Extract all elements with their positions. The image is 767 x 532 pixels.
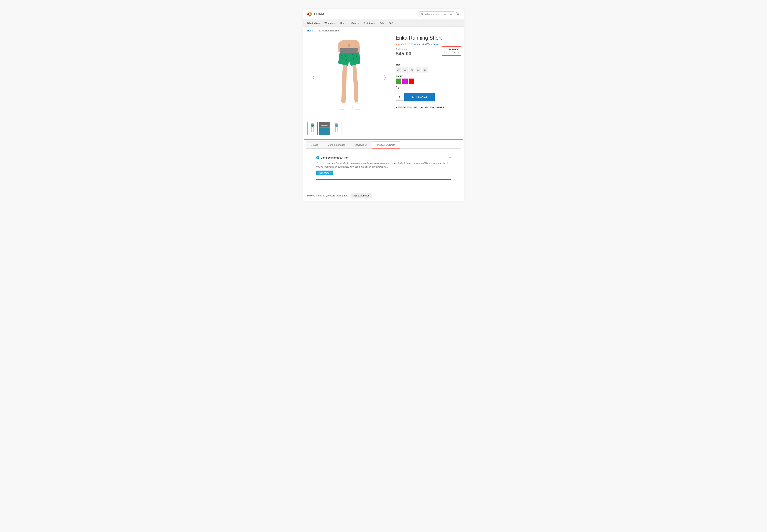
thumbnail-1[interactable] [307, 122, 318, 135]
read-more-button[interactable]: Read More » [316, 171, 333, 175]
header-actions [419, 11, 460, 17]
size-swatches: 2829303132 [396, 67, 460, 73]
svg-rect-24 [422, 107, 423, 108]
svg-point-5 [450, 13, 452, 15]
cart-icon[interactable] [456, 12, 460, 16]
nav-label: Sale [379, 22, 384, 24]
thumbnails [307, 122, 391, 135]
question-title[interactable]: ? Can I exchange an item − [316, 156, 451, 159]
tab-reviews-[interactable]: Reviews (3) [350, 141, 372, 148]
stock-status: IN STOCK [444, 48, 459, 51]
product-info: Erika Running Short ★★★★★ 3 Reviews Add … [396, 35, 460, 135]
gallery-prev-icon[interactable]: 〈 [309, 73, 315, 82]
tab-bar: DetailsMore InformationReviews (3)Produc… [306, 141, 461, 149]
star-rating: ★★★★★ [396, 43, 406, 46]
svg-point-8 [348, 44, 350, 47]
nav-sale[interactable]: Sale [379, 20, 384, 27]
add-review-link[interactable]: Add Your Review [422, 43, 440, 45]
logo-text: LUMA [314, 12, 325, 16]
size-label: Size [396, 63, 460, 66]
svg-point-11 [352, 104, 363, 110]
page-container: LUMA What's NewWomen▼Men▼Gear▼Training▼S… [303, 9, 464, 201]
svg-rect-21 [335, 127, 336, 132]
nav-label: Training [364, 22, 373, 24]
gallery-next-icon[interactable]: 〉 [383, 73, 390, 82]
compare-link[interactable]: ADD TO COMPARE [421, 106, 444, 109]
nav-faq[interactable]: FAQ▼ [389, 20, 396, 27]
rating-row: ★★★★★ 3 Reviews Add Your Review [396, 43, 460, 46]
color-swatch[interactable] [409, 79, 414, 84]
svg-rect-13 [311, 124, 314, 125]
nav-label: Women [324, 22, 333, 24]
size-32[interactable]: 32 [422, 67, 428, 73]
header: LUMA [303, 9, 464, 20]
svg-point-10 [337, 104, 347, 110]
color-swatch[interactable] [396, 79, 401, 84]
question-icon: ? [316, 156, 319, 159]
logo[interactable]: LUMA [307, 12, 325, 17]
compare-label: ADD TO COMPARE [424, 106, 444, 109]
ask-prompt: Did you find what you were looking for? [307, 194, 348, 197]
tab-product-question[interactable]: Product Question [372, 141, 400, 149]
color-label: Color [396, 75, 460, 77]
svg-rect-23 [421, 107, 422, 108]
svg-point-4 [309, 13, 311, 15]
wishlist-label: ADD TO WISH LIST [398, 106, 417, 109]
divider-bar [316, 179, 451, 180]
svg-rect-25 [423, 106, 423, 108]
svg-rect-14 [311, 127, 312, 132]
ask-question-button[interactable]: Ask a Question [351, 193, 372, 198]
breadcrumb-current: Erika Running Short [319, 29, 340, 32]
breadcrumb-sep: 〉 [315, 30, 317, 32]
gallery-stage: 〈 [307, 35, 391, 120]
breadcrumb-home[interactable]: Home [307, 29, 313, 32]
chevron-down-icon: ▼ [394, 22, 396, 24]
product-image[interactable] [319, 40, 379, 115]
main-nav: What's NewWomen▼Men▼Gear▼Training▼SaleFA… [303, 20, 464, 27]
chevron-down-icon: ▼ [358, 22, 359, 24]
thumbnail-2[interactable] [319, 122, 330, 135]
size-30[interactable]: 30 [409, 67, 414, 73]
stock-sku-box: IN STOCK SKU#: WSH12 [442, 46, 461, 56]
wishlist-link[interactable]: ♥ ADD TO WISH LIST [396, 106, 417, 109]
product-main: 〈 [303, 35, 464, 139]
secondary-actions: ♥ ADD TO WISH LIST ADD TO COMPARE [396, 106, 460, 109]
tab-details[interactable]: Details [306, 141, 323, 148]
search-icon[interactable] [450, 12, 453, 16]
search-box [419, 11, 454, 17]
chevron-down-icon: ▼ [373, 22, 375, 24]
tab-more-information[interactable]: More Information [323, 141, 350, 148]
chevron-down-icon: ▼ [334, 22, 336, 24]
size-31[interactable]: 31 [416, 67, 421, 73]
color-swatch[interactable] [402, 79, 408, 84]
nav-gear[interactable]: Gear▼ [351, 20, 359, 27]
nav-training[interactable]: Training▼ [364, 20, 375, 27]
svg-rect-22 [337, 127, 337, 132]
ask-question-row: Did you find what you were looking for? … [303, 190, 464, 201]
size-29[interactable]: 29 [402, 67, 408, 73]
size-28[interactable]: 28 [396, 67, 401, 73]
heart-icon: ♥ [396, 106, 397, 109]
color-swatches [396, 79, 460, 84]
add-to-cart-button[interactable]: Add to Cart [404, 93, 435, 101]
nav-label: What's New [307, 22, 320, 24]
qty-input[interactable] [396, 94, 403, 101]
collapse-icon[interactable]: − [449, 156, 451, 160]
thumbnail-3[interactable] [331, 122, 342, 135]
svg-rect-16 [319, 122, 330, 127]
nav-what-s-new[interactable]: What's New [307, 20, 320, 27]
search-input[interactable] [419, 11, 454, 17]
nav-label: Gear [351, 22, 357, 24]
question-answer: Yes, you can, simply include this inform… [316, 161, 451, 168]
reviews-link[interactable]: 3 Reviews [409, 43, 420, 45]
tab-content: ? Can I exchange an item − Yes, you can,… [306, 149, 461, 186]
nav-label: FAQ [389, 22, 394, 24]
sku: SKU#: WSH12 [444, 51, 459, 54]
price-stock-box: As low as $45.00 IN STOCK SKU#: WSH12 [396, 48, 460, 60]
svg-rect-9 [340, 48, 359, 53]
tabs-container: DetailsMore InformationReviews (3)Produc… [304, 139, 463, 190]
nav-women[interactable]: Women▼ [324, 20, 335, 27]
compare-icon [421, 106, 424, 109]
nav-men[interactable]: Men▼ [340, 20, 347, 27]
product-title: Erika Running Short [396, 35, 460, 41]
